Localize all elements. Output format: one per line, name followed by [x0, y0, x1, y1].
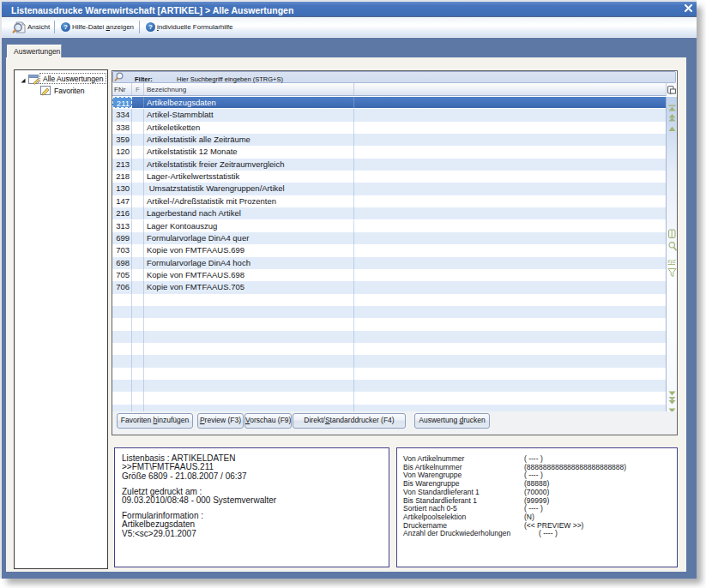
svg-text:xyz: xyz [667, 258, 677, 265]
